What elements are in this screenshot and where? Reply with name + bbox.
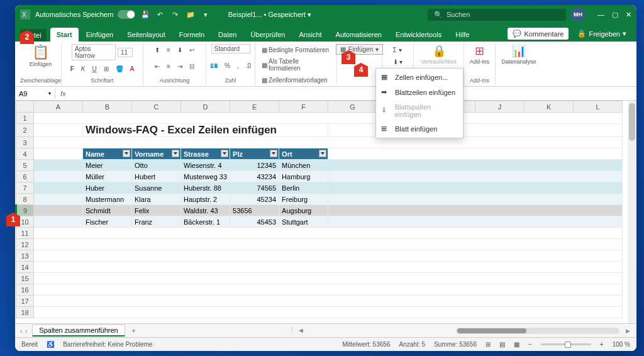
insert-cells-button[interactable]: ▦ Einfügen ▾ [336, 44, 383, 55]
row-header-selected[interactable]: 9 [16, 205, 34, 216]
align-right[interactable]: ⇥ [175, 61, 185, 72]
col-header[interactable]: C [132, 101, 181, 113]
filter-icon[interactable] [221, 150, 228, 157]
table-header[interactable]: Plz [230, 148, 279, 160]
close-icon[interactable]: ✕ [626, 11, 631, 19]
col-header[interactable]: E [230, 101, 279, 113]
fx-icon[interactable]: fx [55, 90, 71, 97]
font-size-select[interactable]: 11 [118, 48, 133, 57]
select-all-corner[interactable] [16, 101, 34, 113]
table-header[interactable]: Vorname [132, 148, 181, 160]
row-header[interactable]: 16 [16, 284, 34, 296]
user-avatar[interactable]: MH [571, 8, 585, 21]
conditional-format-button[interactable]: ▦ Bedingte Formatieren [259, 44, 333, 55]
tab-start[interactable]: Start [50, 28, 79, 42]
row-header[interactable]: 17 [16, 296, 34, 307]
zoom-in-button[interactable]: + [600, 341, 604, 348]
autosave-toggle[interactable]: Automatisches Speichern [35, 10, 135, 19]
name-box[interactable]: A9▾ [15, 89, 55, 99]
paste-icon[interactable]: 📋 [32, 44, 49, 60]
zoom-slider[interactable] [541, 343, 591, 345]
row-header[interactable]: 12 [16, 239, 34, 250]
zoom-out-button[interactable]: − [528, 341, 532, 348]
folder-icon[interactable]: 📁 [186, 9, 196, 19]
align-center[interactable]: ≡ [164, 61, 173, 72]
dec-inc[interactable]: .0 [243, 60, 253, 71]
add-sheet-button[interactable]: ＋ [130, 326, 137, 335]
tab-automatisieren[interactable]: Automatisieren [330, 28, 388, 42]
tab-ansicht[interactable]: Ansicht [292, 28, 328, 42]
sheet-prev-icon[interactable]: ‹ [20, 327, 23, 335]
col-header[interactable]: A [34, 101, 83, 113]
align-left[interactable]: ⇤ [152, 61, 162, 72]
view-normal-icon[interactable]: ⊞ [486, 341, 491, 348]
merge[interactable]: ⊟ [187, 61, 197, 72]
filter-icon[interactable] [319, 150, 326, 157]
sheet-next-icon[interactable]: › [25, 327, 28, 335]
col-header[interactable]: L [574, 101, 623, 113]
toggle-switch[interactable] [118, 10, 135, 19]
insert-cells-item[interactable]: ▦Zellen einfügen... [376, 70, 463, 85]
align-top[interactable]: ⬆ [152, 44, 162, 55]
insert-sheet-item[interactable]: ⊞Blatt einfügen [376, 121, 463, 136]
view-page-icon[interactable]: ▤ [499, 341, 505, 348]
col-header[interactable]: B [83, 101, 132, 113]
align-bot[interactable]: ⬇ [175, 44, 185, 55]
col-header[interactable]: J [475, 101, 525, 113]
tab-formeln[interactable]: Formeln [173, 28, 211, 42]
italic-button[interactable]: K [79, 64, 88, 75]
vertical-scrollbar[interactable] [628, 101, 636, 323]
row-header[interactable]: 4 [16, 148, 34, 160]
percent[interactable]: % [222, 60, 233, 71]
worksheet-grid[interactable]: A B C D E F G H I J K L 1 2Windows-FAQ -… [15, 101, 636, 323]
addins-icon[interactable]: ⊞ [475, 44, 484, 58]
row-header[interactable]: 15 [16, 273, 34, 284]
tab-hilfe[interactable]: Hilfe [449, 28, 475, 42]
cell-styles-button[interactable]: ▦ Zellenformatvorlagen [259, 74, 333, 86]
filter-icon[interactable] [270, 150, 277, 157]
search-input[interactable]: 🔍 Suchen [428, 9, 566, 21]
font-name-select[interactable]: Aptos Narrow [72, 44, 116, 60]
col-header[interactable]: F [279, 101, 328, 113]
horizontal-scrollbar[interactable] [456, 328, 619, 334]
row-header[interactable]: 5 [16, 160, 34, 171]
comments-button[interactable]: 💬 Kommentare [508, 28, 569, 40]
autosum[interactable]: Σ ▾ [391, 44, 406, 55]
row-header[interactable]: 18 [16, 307, 34, 318]
maximize-icon[interactable]: ▢ [612, 11, 618, 19]
border-button[interactable]: ⊞ [101, 64, 111, 75]
row-header[interactable]: 14 [16, 262, 34, 273]
row-header[interactable]: 6 [16, 171, 34, 182]
table-header[interactable]: Strasse [181, 148, 230, 160]
minimize-icon[interactable]: — [597, 11, 604, 19]
filter-icon[interactable] [123, 150, 130, 157]
currency[interactable]: 💶 [208, 60, 220, 71]
number-format-select[interactable]: Standard [211, 44, 250, 53]
formula-input[interactable] [71, 92, 636, 95]
tab-daten[interactable]: Daten [212, 28, 243, 42]
table-header[interactable]: Ort [279, 148, 328, 160]
view-break-icon[interactable]: ▦ [514, 341, 519, 348]
undo-icon[interactable]: ↶ [155, 9, 165, 19]
row-header[interactable]: 3 [16, 137, 34, 148]
fill-color-button[interactable]: 🪣 [113, 64, 126, 75]
row-header[interactable]: 1 [16, 113, 34, 124]
redo-icon[interactable]: ↷ [170, 9, 180, 19]
analysis-icon[interactable]: 📊 [512, 44, 526, 58]
row-header[interactable]: 2 [16, 124, 34, 137]
row-header[interactable]: 13 [16, 250, 34, 262]
bold-button[interactable]: F [68, 64, 77, 75]
fill[interactable]: ⬇ ▾ [391, 56, 406, 67]
wrap-text[interactable]: ↩ [187, 44, 197, 55]
format-as-table-button[interactable]: ▦ Als Tabelle formatieren [259, 56, 333, 74]
col-header[interactable]: K [525, 101, 574, 113]
tab-einfugen[interactable]: Einfügen [80, 28, 119, 42]
comma[interactable]: , [235, 60, 242, 71]
tab-uberprufen[interactable]: Überprüfen [244, 28, 291, 42]
table-header[interactable]: Name [83, 148, 132, 160]
row-header[interactable]: 8 [16, 194, 34, 205]
zoom-level[interactable]: 100 % [613, 341, 630, 348]
row-header[interactable]: 7 [16, 182, 34, 194]
save-icon[interactable]: 💾 [140, 9, 150, 19]
align-mid[interactable]: ≡ [164, 44, 173, 55]
